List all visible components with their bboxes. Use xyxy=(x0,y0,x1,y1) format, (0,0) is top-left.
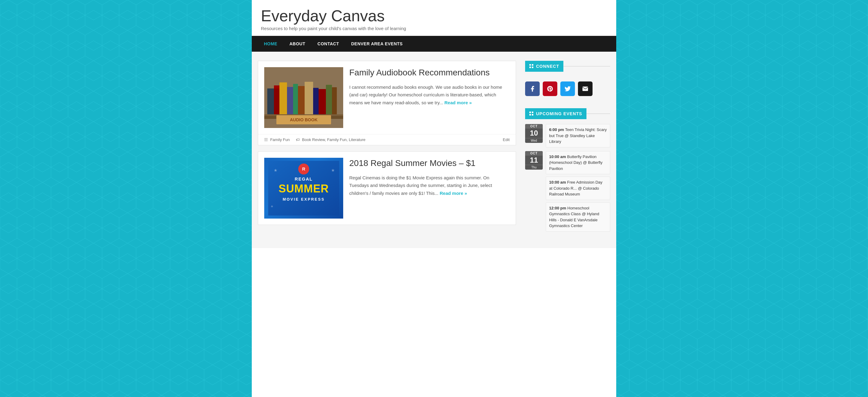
post-title-audiobook[interactable]: Family Audiobook Recommendations xyxy=(349,67,509,78)
svg-rect-13 xyxy=(332,87,337,114)
event-oct11: OCT 11 Thu 10:00 am Butterfly Pavilion (… xyxy=(525,151,610,232)
nav-item-events[interactable]: DENVER AREA EVENTS xyxy=(345,36,409,52)
event-oct10-item1: 6:00 pm Teen Trivia Night: Scary but Tru… xyxy=(546,124,610,147)
read-more-link-audiobook[interactable]: Read more » xyxy=(444,100,472,105)
svg-text:REGAL: REGAL xyxy=(294,177,312,181)
svg-rect-2 xyxy=(267,88,274,114)
svg-text:♣: ♣ xyxy=(271,204,273,208)
svg-text:★: ★ xyxy=(331,168,335,173)
facebook-link[interactable] xyxy=(525,82,540,96)
post-tags: 🏷 Book Review, Family Fun, Literature xyxy=(296,137,365,142)
event-day-oct11: 11 xyxy=(525,155,543,165)
site-header: Everyday Canvas Resources to help you pa… xyxy=(252,0,616,36)
nav-item-home[interactable]: HOME xyxy=(258,36,283,52)
svg-rect-4 xyxy=(274,85,279,88)
event-day-oct10: 10 xyxy=(525,129,543,138)
main-content: AUDIO BOOK Family Audiobook Recommendati… xyxy=(258,61,516,239)
svg-text:R: R xyxy=(302,167,306,172)
tag-icon: 🏷 xyxy=(296,137,300,142)
svg-rect-5 xyxy=(279,82,287,114)
nav-link-about[interactable]: ABOUT xyxy=(283,36,311,52)
event-oct11-item2: 10:00 am Free Admission Day at Colorado … xyxy=(546,177,610,200)
svg-rect-10 xyxy=(313,88,318,114)
post-meta-audiobook: ☷ Family Fun 🏷 Book Review, Family Fun, … xyxy=(258,134,516,145)
svg-rect-3 xyxy=(274,85,279,114)
site-tagline: Resources to help you paint your child's… xyxy=(261,26,607,31)
svg-rect-11 xyxy=(318,89,326,114)
social-icons xyxy=(525,77,610,101)
grid-icon-events xyxy=(529,112,534,116)
svg-text:MOVIE EXPRESS: MOVIE EXPRESS xyxy=(283,197,325,202)
email-link[interactable] xyxy=(578,82,592,96)
pinterest-icon xyxy=(547,85,553,92)
facebook-icon xyxy=(529,85,536,92)
widget-connect: CONNECT xyxy=(525,61,610,101)
nav-link-home[interactable]: HOME xyxy=(258,36,283,52)
nav-item-contact[interactable]: CONTACT xyxy=(311,36,345,52)
event-weekday-oct11: Thu xyxy=(525,165,543,170)
svg-text:★: ★ xyxy=(274,168,278,173)
read-more-link-regal[interactable]: Read more » xyxy=(440,191,467,196)
post-content-audiobook: Family Audiobook Recommendations I canno… xyxy=(349,67,509,128)
post-excerpt-regal: Regal Cinemas is doing the $1 Movie Expr… xyxy=(349,174,509,197)
post-card-audiobook: AUDIO BOOK Family Audiobook Recommendati… xyxy=(258,61,516,145)
widget-upcoming-events: UPCOMING EVENTS OCT 10 Wed 6 xyxy=(525,108,610,232)
event-oct11-item1: 10:00 am Butterfly Pavilion (Homeschool … xyxy=(546,151,610,174)
event-oct11-details: 10:00 am Butterfly Pavilion (Homeschool … xyxy=(546,151,610,232)
svg-rect-7 xyxy=(293,84,298,114)
post-category: ☷ Family Fun xyxy=(264,137,290,142)
event-month-oct11: OCT xyxy=(525,151,543,155)
svg-text:SUMMER: SUMMER xyxy=(279,182,329,195)
event-oct10: OCT 10 Wed 6:00 pm Teen Trivia Night: Sc… xyxy=(525,124,610,147)
svg-rect-6 xyxy=(287,87,293,114)
post-excerpt-audiobook: I cannot recommend audio books enough. W… xyxy=(349,83,509,107)
svg-rect-9 xyxy=(305,82,313,114)
connect-title: CONNECT xyxy=(525,61,563,72)
event-date-oct10: OCT 10 Wed xyxy=(525,124,543,143)
connect-title-wrapper: CONNECT xyxy=(525,61,610,72)
post-title-regal[interactable]: 2018 Regal Summer Movies – $1 xyxy=(349,158,509,169)
post-thumbnail-audiobook[interactable]: AUDIO BOOK xyxy=(264,67,343,128)
nav-link-contact[interactable]: CONTACT xyxy=(311,36,345,52)
event-month-oct10: OCT xyxy=(525,124,543,129)
twitter-link[interactable] xyxy=(560,82,575,96)
connect-title-line xyxy=(563,66,610,66)
grid-icon xyxy=(529,64,534,68)
post-meta-left: ☷ Family Fun 🏷 Book Review, Family Fun, … xyxy=(264,137,365,142)
events-title: UPCOMING EVENTS xyxy=(525,108,586,119)
site-title: Everyday Canvas xyxy=(261,7,607,25)
svg-rect-12 xyxy=(326,85,332,114)
pinterest-link[interactable] xyxy=(543,82,557,96)
email-icon xyxy=(582,85,589,92)
event-date-oct11: OCT 11 Thu xyxy=(525,151,543,170)
sidebar: CONNECT xyxy=(525,61,610,239)
twitter-icon xyxy=(564,85,571,92)
post-card-regal: ★ ★ ♣ R REGAL SUMMER MOVIE EXPRESS xyxy=(258,151,516,225)
edit-link-audiobook[interactable]: Edit xyxy=(503,137,509,142)
svg-text:AUDIO BOOK: AUDIO BOOK xyxy=(290,117,318,122)
post-content-regal: 2018 Regal Summer Movies – $1 Regal Cine… xyxy=(349,158,509,219)
content-wrapper: AUDIO BOOK Family Audiobook Recommendati… xyxy=(252,52,616,248)
post-thumbnail-regal[interactable]: ★ ★ ♣ R REGAL SUMMER MOVIE EXPRESS xyxy=(264,158,343,219)
site-nav: HOME ABOUT CONTACT DENVER AREA EVENTS xyxy=(252,36,616,52)
event-oct10-details: 6:00 pm Teen Trivia Night: Scary but Tru… xyxy=(546,124,610,147)
svg-rect-8 xyxy=(298,86,305,114)
nav-item-about[interactable]: ABOUT xyxy=(283,36,311,52)
event-weekday-oct10: Wed xyxy=(525,138,543,143)
events-title-line xyxy=(586,113,610,114)
event-oct11-item3: 12:00 pm Homeschool Gymnastics Class @ H… xyxy=(546,202,610,232)
nav-link-events[interactable]: DENVER AREA EVENTS xyxy=(345,36,409,52)
category-icon: ☷ xyxy=(264,137,268,142)
events-title-wrapper: UPCOMING EVENTS xyxy=(525,108,610,119)
